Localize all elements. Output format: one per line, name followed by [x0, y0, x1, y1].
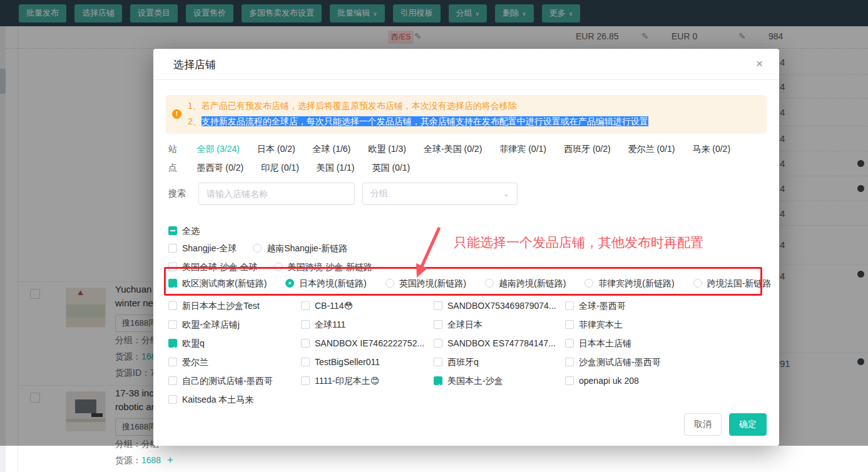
- shop-option[interactable]: SANDBOX ES747784147...: [434, 334, 565, 353]
- option-box[interactable]: [434, 358, 442, 366]
- shop-option-label: 沙盒测试店铺-墨西哥: [579, 353, 661, 371]
- option-box[interactable]: [274, 263, 283, 271]
- site-tab[interactable]: 西班牙 (0/2): [564, 139, 611, 158]
- select-all-option[interactable]: 全选: [168, 221, 200, 240]
- option-box[interactable]: [434, 376, 442, 385]
- source-link[interactable]: 1688: [141, 455, 161, 465]
- shop-option[interactable]: 美国本土-沙盒: [434, 371, 565, 390]
- option-box[interactable]: [565, 376, 574, 385]
- option-box[interactable]: [168, 244, 177, 253]
- option-box[interactable]: [168, 320, 177, 329]
- shop-option[interactable]: Kaitseda 本土马来: [168, 390, 301, 409]
- shop-option[interactable]: 西班牙q: [434, 353, 565, 371]
- shop-option[interactable]: 欧盟q: [168, 334, 301, 353]
- option-box[interactable]: [385, 279, 394, 288]
- shop-option[interactable]: TestBigSeller011: [301, 353, 434, 371]
- close-icon[interactable]: ×: [756, 58, 763, 70]
- option-box[interactable]: [253, 244, 262, 253]
- shop-option[interactable]: 越南跨境(新链路): [485, 274, 566, 293]
- option-box[interactable]: [168, 263, 177, 271]
- site-tab[interactable]: 全部 (3/24): [197, 139, 239, 158]
- option-box[interactable]: [565, 320, 574, 329]
- site-tab[interactable]: 印尼 (0/1): [261, 158, 299, 177]
- shop-option-label: 美国本土-沙盒: [447, 371, 503, 390]
- option-box[interactable]: [565, 301, 574, 310]
- option-box[interactable]: [168, 339, 177, 348]
- shop-option-label: Shangjie-全球: [182, 239, 237, 258]
- shop-option[interactable]: 全球111: [301, 315, 434, 334]
- site-tab[interactable]: 美国 (1/1): [317, 158, 355, 177]
- option-box[interactable]: [168, 376, 177, 385]
- shop-option[interactable]: 跨境法国-新链路: [693, 274, 772, 293]
- cancel-button[interactable]: 取消: [684, 413, 722, 436]
- search-label: 搜索: [168, 188, 186, 199]
- shop-option[interactable]: 菲律宾跨境(新链路): [585, 274, 674, 293]
- shop-option-label: SANDBOX ES747784147...: [447, 334, 556, 353]
- shop-option-label: 越南Shangjie-新链路: [267, 239, 347, 258]
- shop-option-label: 欧区测试商家(新链路): [182, 274, 267, 293]
- site-tab[interactable]: 爱尔兰 (0/1): [628, 139, 675, 158]
- shop-select-modal: 选择店铺 × ! 1、若产品已有预发布店铺，选择后将覆盖原预发布店铺，本次没有选…: [153, 49, 779, 446]
- shop-option-label: 日本本土店铺: [579, 334, 631, 353]
- shop-option[interactable]: 日本跨境(新链路): [285, 274, 366, 293]
- site-tab[interactable]: 欧盟 (1/3): [368, 139, 406, 158]
- shop-option[interactable]: 1111-印尼本土😊: [301, 371, 434, 390]
- group-select[interactable]: 分组 ⌄: [362, 183, 518, 205]
- option-box[interactable]: [565, 358, 574, 366]
- confirm-button[interactable]: 确定: [729, 413, 767, 436]
- option-box[interactable]: [434, 301, 442, 310]
- option-box[interactable]: [301, 339, 310, 348]
- site-tab[interactable]: 全球 (1/6): [313, 139, 351, 158]
- site-tab[interactable]: 菲律宾 (0/1): [499, 139, 546, 158]
- shop-option-label: 跨境法国-新链路: [707, 274, 772, 293]
- shop-option-label: 日本跨境(新链路): [299, 274, 366, 293]
- shop-option[interactable]: 自己的测试店铺-墨西哥: [168, 371, 301, 390]
- site-tab[interactable]: 日本 (0/2): [257, 139, 295, 158]
- option-box[interactable]: [565, 339, 574, 348]
- option-box[interactable]: [168, 395, 177, 404]
- shop-option[interactable]: 欧盟-全球店铺j: [168, 315, 301, 334]
- highlighted-shop-row: 欧区测试商家(新链路) 日本跨境(新链路) 英国跨境(新链路) 越南跨境(新链路…: [168, 274, 771, 293]
- shop-option-label: 菲律宾跨境(新链路): [598, 274, 674, 293]
- option-box[interactable]: [693, 279, 702, 288]
- option-box[interactable]: [434, 320, 442, 329]
- shop-option[interactable]: 新日本本土沙盒Test: [168, 296, 301, 315]
- option-box[interactable]: [168, 358, 177, 366]
- notice-line-2-selected-text: 支持新发品流程的全球店，每次只能选择一个发品店铺，其余店铺支持在发布配置中进行设…: [202, 116, 648, 126]
- shop-row: Shangjie-全球 越南Shangjie-新链路: [168, 239, 347, 258]
- site-tab[interactable]: 马来 (0/2): [692, 139, 730, 158]
- add-source-icon[interactable]: +: [167, 454, 173, 465]
- option-box[interactable]: [168, 301, 177, 310]
- select-all-checkbox[interactable]: [168, 226, 177, 235]
- shop-option[interactable]: Shangjie-全球: [168, 239, 237, 258]
- shop-name-input[interactable]: [198, 183, 355, 205]
- shop-option[interactable]: openapi uk 208: [565, 371, 764, 390]
- option-box[interactable]: [585, 279, 593, 288]
- notice-line-2-prefix: 2、: [188, 116, 202, 126]
- shop-option[interactable]: 菲律宾本土: [565, 315, 764, 334]
- shop-option[interactable]: 欧区测试商家(新链路): [168, 274, 267, 293]
- shop-option-label: 越南跨境(新链路): [499, 274, 566, 293]
- option-box[interactable]: [168, 279, 177, 288]
- shop-option[interactable]: SANDBOX IE7462222752...: [301, 334, 434, 353]
- option-box[interactable]: [301, 301, 310, 310]
- option-box[interactable]: [485, 279, 494, 288]
- option-box[interactable]: [301, 376, 310, 385]
- option-box[interactable]: [301, 358, 310, 366]
- shop-option[interactable]: SANDBOX753469879074...: [434, 296, 565, 315]
- option-box[interactable]: [285, 279, 294, 288]
- shop-option[interactable]: 全球-墨西哥: [565, 296, 764, 315]
- group-select-placeholder: 分组: [370, 188, 388, 199]
- site-tab[interactable]: 全球-美国 (0/2): [424, 139, 482, 158]
- shop-option[interactable]: 爱尔兰: [168, 353, 301, 371]
- site-tab[interactable]: 墨西哥 (0/2): [197, 158, 243, 177]
- site-tab[interactable]: 英国 (0/1): [372, 158, 411, 177]
- shop-grid: 新日本本土沙盒Test CB-114😳 SANDBOX753469879074.…: [168, 296, 764, 409]
- shop-option[interactable]: 沙盒测试店铺-墨西哥: [565, 353, 764, 371]
- shop-option[interactable]: 日本本土店铺: [565, 334, 764, 353]
- shop-option[interactable]: CB-114😳: [301, 296, 434, 315]
- option-box[interactable]: [301, 320, 310, 329]
- shop-option[interactable]: 越南Shangjie-新链路: [253, 239, 347, 258]
- option-box[interactable]: [434, 339, 442, 348]
- shop-option[interactable]: 全球日本: [434, 315, 565, 334]
